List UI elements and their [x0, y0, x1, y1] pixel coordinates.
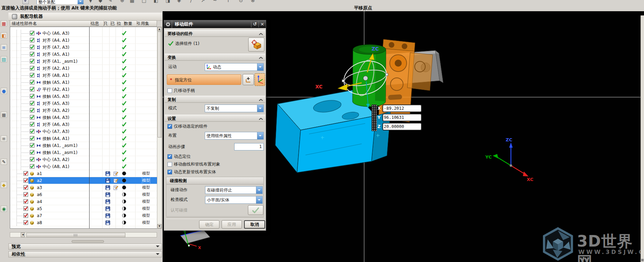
- edit-icon[interactable]: [113, 178, 118, 183]
- component-row[interactable]: a7 模型: [10, 212, 157, 219]
- chevron-down-icon[interactable]: [156, 246, 159, 249]
- constraint-row[interactable]: 对齐 (A2, A1): [10, 65, 157, 72]
- chevron-down-icon[interactable]: [257, 63, 263, 70]
- refset-value[interactable]: 模型: [142, 191, 150, 198]
- toolbar-icon[interactable]: ◨: [164, 0, 171, 4]
- scroll-left-icon[interactable]: ◀: [21, 233, 25, 237]
- constraint-row[interactable]: 接触 (A1, _asm1): [10, 142, 157, 149]
- section-components-to-move[interactable]: 要移动的组件: [165, 30, 265, 37]
- toolbar-icon[interactable]: ▼: [87, 0, 94, 4]
- panel-splitter[interactable]: [8, 240, 162, 243]
- csys-dialog-button[interactable]: [243, 74, 254, 85]
- component-checkbox[interactable]: [24, 220, 28, 225]
- constraint-row[interactable]: 接触 (A1, _asm1): [10, 149, 157, 156]
- chevron-down-icon[interactable]: [156, 253, 159, 257]
- gear-icon[interactable]: [164, 20, 172, 28]
- toolbar-icon[interactable]: ~: [211, 0, 218, 4]
- specify-orientation-field[interactable]: * 指定方位: [167, 74, 241, 85]
- toolbar-icon[interactable]: /: [188, 0, 195, 4]
- constraint-row[interactable]: 对齐 (A4, A1): [10, 37, 157, 44]
- toolbar-icon[interactable]: ✎: [107, 0, 114, 4]
- checkbox-icon[interactable]: [167, 170, 172, 174]
- constraint-checkbox[interactable]: [30, 115, 34, 120]
- constraint-row[interactable]: 对齐 (A3, A2): [10, 107, 157, 114]
- refset-value[interactable]: 模型: [142, 184, 150, 191]
- cancel-button[interactable]: 取消: [244, 220, 265, 229]
- chevron-down-icon[interactable]: [78, 0, 83, 4]
- checkbox-icon[interactable]: [167, 154, 172, 159]
- toolbar-icon[interactable]: □: [140, 0, 147, 4]
- constraint-checkbox[interactable]: [30, 45, 34, 49]
- toolbar-dropdown-icon[interactable]: [22, 0, 29, 4]
- save-icon[interactable]: [105, 178, 110, 183]
- collision-action-combo[interactable]: 在碰撞前停止: [205, 186, 263, 194]
- component-row[interactable]: a1 模型: [10, 170, 157, 177]
- collapse-icon[interactable]: [259, 116, 262, 120]
- cb-dynamic-update[interactable]: 动态更新管线布置实体: [167, 169, 216, 175]
- animation-steps-input[interactable]: 1: [234, 143, 264, 150]
- accept-collision-button[interactable]: [248, 205, 263, 215]
- ok-button[interactable]: 确定: [199, 220, 219, 229]
- component-row[interactable]: a8 模型: [10, 219, 157, 226]
- constraint-checkbox[interactable]: [30, 101, 34, 106]
- constraint-row[interactable]: 对齐 (A8, A1): [10, 72, 157, 79]
- tracker-x-field[interactable]: -89.2012: [382, 105, 422, 112]
- save-icon[interactable]: [105, 199, 110, 204]
- constraint-row[interactable]: 对齐 (A5, A3): [10, 100, 157, 107]
- resource-tab-constraint-navigator[interactable]: ◧: [1, 32, 7, 39]
- toolbar-icon[interactable]: ⊗: [249, 0, 256, 4]
- save-icon[interactable]: [105, 220, 110, 225]
- toolbar-icon[interactable]: ↗: [199, 0, 206, 4]
- constraint-row[interactable]: 接触 (A5, A3): [10, 93, 157, 100]
- resource-tab-history[interactable]: ■: [1, 112, 7, 118]
- section-settings[interactable]: 设置: [165, 115, 265, 122]
- toolbar-icon[interactable]: ◧: [152, 0, 159, 4]
- chevron-down-icon[interactable]: [256, 187, 262, 194]
- constraint-checkbox[interactable]: [30, 108, 34, 113]
- component-row[interactable]: a2 模型: [10, 177, 157, 184]
- component-checkbox[interactable]: [24, 199, 28, 204]
- component-row[interactable]: a6 模型: [10, 191, 157, 198]
- tree-vertical-scrollbar[interactable]: ▲ ▼: [157, 27, 162, 229]
- resource-tab-part-navigator[interactable]: ≡: [1, 44, 7, 51]
- resource-tab-web-browser[interactable]: ●: [1, 88, 7, 94]
- constraint-row[interactable]: 对齐 (A5, A1): [10, 51, 157, 58]
- constraint-row[interactable]: 接触 (A4, A1): [10, 135, 157, 142]
- section-copy[interactable]: 复制: [165, 96, 265, 103]
- chevron-down-icon[interactable]: [257, 132, 263, 139]
- navigator-tree-area[interactable]: 中心 (A6, A3) 对齐 (A4, A1) 对齐 (A7, A3): [10, 27, 157, 229]
- constraint-row[interactable]: 中心 (A7, A3): [10, 128, 157, 135]
- scroll-down-icon[interactable]: ▼: [157, 224, 162, 228]
- tracker-grip[interactable]: [372, 105, 377, 131]
- dialog-title-bar[interactable]: 移动组件 ↺ ×: [164, 20, 266, 28]
- cb-move-curves[interactable]: 移动曲线和管线布置对象: [167, 161, 220, 167]
- tracker-z-field[interactable]: 20.00000: [382, 123, 422, 130]
- refset-value[interactable]: 模型: [142, 205, 150, 212]
- collapse-icon[interactable]: [259, 55, 262, 59]
- cb-move-selected-only[interactable]: 仅移动选定的组件: [167, 123, 208, 129]
- component-checkbox[interactable]: [24, 185, 28, 190]
- constraint-checkbox[interactable]: [30, 94, 34, 99]
- arrangement-combo[interactable]: 使用组件属性: [205, 132, 264, 140]
- resource-tab-reuse-library[interactable]: ▤: [1, 56, 7, 62]
- column-header[interactable]: 信息: [89, 21, 104, 26]
- check-mode-combo[interactable]: 小平面/实体: [205, 196, 263, 204]
- constraint-checkbox[interactable]: [30, 38, 34, 42]
- dialog-close-button[interactable]: ×: [258, 21, 266, 27]
- resource-tab-process-studio[interactable]: ✎: [1, 159, 7, 165]
- cb-move-handles[interactable]: 只移动手柄: [167, 88, 195, 93]
- constraint-checkbox[interactable]: [30, 80, 34, 85]
- coordinate-tracker[interactable]: X -89.2012 Y 96.10631 Z 20.00000: [372, 104, 425, 131]
- preview-drawer[interactable]: 预览: [8, 243, 162, 250]
- constraint-row[interactable]: 平行 (A2, A1): [10, 86, 157, 93]
- tree-horizontal-scrollbar[interactable]: ◀: [10, 232, 157, 237]
- constraint-checkbox[interactable]: [30, 31, 34, 35]
- section-collision-detection[interactable]: 碰撞检测: [166, 177, 263, 184]
- column-header[interactable]: 描述性部件名: [10, 21, 91, 26]
- collapse-icon[interactable]: [259, 32, 262, 35]
- drag-handle-square[interactable]: [342, 80, 344, 82]
- constraint-row[interactable]: 中心 (A8, A1): [10, 163, 157, 170]
- viewport-right-scrollbar[interactable]: [640, 15, 644, 262]
- constraint-checkbox[interactable]: [30, 87, 34, 92]
- constraint-checkbox[interactable]: [30, 59, 34, 63]
